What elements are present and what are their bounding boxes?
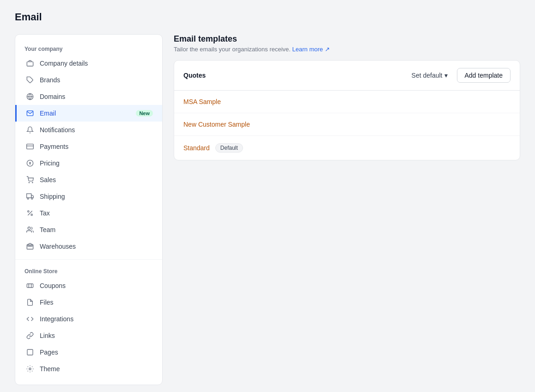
sidebar-item-domains[interactable]: Domains: [15, 88, 162, 105]
coupon-icon: [26, 282, 34, 290]
sidebar-item-label: Shipping: [40, 193, 153, 200]
section-description: Tailor the emails your organizations rec…: [174, 46, 520, 53]
sidebar-item-label: Domains: [40, 93, 153, 100]
svg-rect-0: [27, 62, 33, 66]
page-icon: [26, 348, 34, 356]
set-default-button[interactable]: Set default ▾: [407, 69, 452, 82]
file-icon: [26, 298, 34, 306]
code-icon: [26, 315, 34, 323]
svg-line-26: [28, 367, 28, 367]
sidebar-item-label: Integrations: [40, 315, 153, 323]
sidebar-item-company-details[interactable]: Company details: [15, 55, 162, 72]
svg-line-30: [28, 371, 28, 371]
globe-icon: [26, 92, 34, 101]
tag-icon: [26, 76, 34, 84]
sidebar-item-label: Payments: [40, 143, 153, 150]
sidebar-item-label: Company details: [40, 60, 153, 67]
svg-point-13: [31, 198, 33, 199]
sidebar-item-label: Pages: [40, 349, 153, 356]
sidebar-item-shipping[interactable]: Shipping: [15, 188, 162, 205]
sidebar-divider: [15, 259, 162, 260]
sidebar-item-pages[interactable]: Pages: [15, 344, 162, 361]
svg-point-23: [29, 368, 31, 370]
templates-card: Quotes Set default ▾ Add template MSA Sa…: [174, 60, 520, 160]
template-row[interactable]: New Customer Sample: [174, 113, 520, 136]
sidebar-item-label: Coupons: [40, 282, 153, 289]
sidebar-item-warehouses[interactable]: Warehouses: [15, 238, 162, 255]
sidebar-item-sales[interactable]: Sales: [15, 172, 162, 188]
learn-more-link[interactable]: Learn more ↗: [292, 46, 330, 53]
main-panel: Email templates Tailor the emails your o…: [174, 34, 520, 385]
bell-icon: [26, 126, 34, 134]
section-title: Email templates: [174, 34, 520, 44]
template-row[interactable]: Standard Default: [174, 136, 520, 160]
svg-point-17: [28, 227, 30, 229]
link-icon: [26, 331, 34, 340]
svg-point-16: [31, 214, 32, 215]
svg-rect-22: [27, 349, 33, 355]
sidebar-item-label: Email: [40, 110, 130, 117]
svg-rect-19: [27, 284, 33, 288]
section-header: Email templates Tailor the emails your o…: [174, 34, 520, 53]
sidebar-item-tax[interactable]: Tax: [15, 205, 162, 221]
sidebar-section-online-store: Online Store: [15, 264, 162, 277]
template-name: MSA Sample: [183, 98, 221, 105]
template-name: Standard: [183, 144, 210, 152]
card-title: Quotes: [183, 72, 206, 79]
sidebar-item-label: Brands: [40, 76, 153, 84]
sidebar-item-label: Sales: [40, 176, 153, 184]
sidebar-item-label: Notifications: [40, 126, 153, 134]
cart-icon: [26, 176, 34, 184]
svg-point-12: [27, 198, 29, 199]
dollar-icon: [26, 159, 34, 167]
sidebar-section-your-company: Your company: [15, 42, 162, 55]
sidebar-item-label: Team: [40, 226, 153, 233]
percent-icon: [26, 209, 34, 217]
add-template-button[interactable]: Add template: [457, 68, 511, 83]
svg-rect-5: [27, 144, 34, 149]
sidebar-item-theme[interactable]: Theme: [15, 361, 162, 377]
new-badge: New: [136, 110, 153, 116]
templates-card-header: Quotes Set default ▾ Add template: [174, 61, 520, 91]
svg-rect-10: [27, 194, 31, 198]
svg-line-27: [32, 371, 32, 371]
template-name: New Customer Sample: [183, 121, 250, 128]
sidebar-item-label: Tax: [40, 209, 153, 217]
mail-icon: [26, 109, 34, 117]
truck-icon: [26, 192, 34, 201]
sidebar-item-notifications[interactable]: Notifications: [15, 122, 162, 138]
svg-line-14: [28, 211, 32, 215]
sidebar-item-integrations[interactable]: Integrations: [15, 311, 162, 327]
chevron-down-icon: ▾: [444, 72, 448, 79]
sidebar-item-brands[interactable]: Brands: [15, 72, 162, 88]
sidebar-item-team[interactable]: Team: [15, 221, 162, 238]
sidebar-item-label: Theme: [40, 365, 153, 373]
sidebar-item-label: Pricing: [40, 159, 153, 167]
svg-line-31: [32, 367, 32, 367]
sidebar-item-payments[interactable]: Payments: [15, 138, 162, 155]
sidebar-item-label: Links: [40, 332, 153, 339]
header-actions: Set default ▾ Add template: [407, 68, 511, 83]
svg-marker-11: [31, 195, 34, 197]
sidebar-item-email[interactable]: Email New: [15, 105, 162, 122]
credit-card-icon: [26, 142, 34, 151]
sidebar-item-label: Files: [40, 299, 153, 306]
svg-point-8: [29, 182, 29, 183]
template-row[interactable]: MSA Sample: [174, 91, 520, 113]
sidebar-item-files[interactable]: Files: [15, 294, 162, 311]
sidebar: Your company Company details Brands Doma…: [15, 34, 163, 385]
warehouse-icon: [26, 242, 34, 251]
theme-icon: [26, 365, 34, 373]
svg-point-9: [32, 182, 33, 183]
sidebar-item-coupons[interactable]: Coupons: [15, 277, 162, 294]
default-badge: Default: [215, 143, 243, 153]
sidebar-item-links[interactable]: Links: [15, 327, 162, 344]
svg-point-15: [28, 211, 29, 212]
page-title: Email: [15, 11, 520, 23]
sidebar-item-pricing[interactable]: Pricing: [15, 155, 162, 172]
sidebar-item-label: Warehouses: [40, 243, 153, 250]
users-icon: [26, 226, 34, 234]
briefcase-icon: [26, 59, 34, 67]
